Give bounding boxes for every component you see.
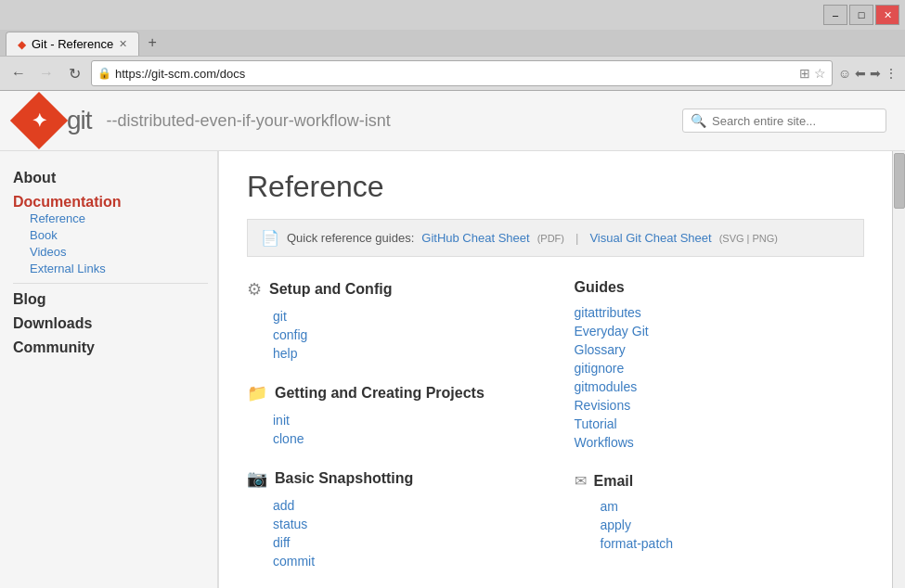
sidebar-sub-videos[interactable]: Videos xyxy=(30,245,67,259)
sep: | xyxy=(575,231,578,245)
link-workflows[interactable]: Workflows xyxy=(575,435,634,450)
close-button[interactable]: ✕ xyxy=(875,5,899,25)
tab-title: Git - Reference xyxy=(32,37,113,51)
git-logo[interactable]: ✦ git xyxy=(19,100,92,141)
sidebar-sub-book[interactable]: Book xyxy=(30,228,58,242)
setup-title: Setup and Config xyxy=(269,281,392,298)
sidebar-divider xyxy=(13,283,208,284)
lock-icon: 🔒 xyxy=(97,67,111,80)
link-gitattributes[interactable]: gitattributes xyxy=(575,305,641,320)
page-content: About Documentation Reference Book Video… xyxy=(0,151,892,588)
search-input[interactable] xyxy=(712,114,878,128)
new-tab-button[interactable]: + xyxy=(139,30,165,56)
translate-icon: ⊞ xyxy=(799,66,810,81)
minimize-button[interactable]: – xyxy=(823,5,847,25)
page-wrapper: About Documentation Reference Book Video… xyxy=(0,151,905,588)
link-init[interactable]: init xyxy=(273,413,290,428)
link-git[interactable]: git xyxy=(273,309,287,324)
favicon-icon: ◆ xyxy=(18,38,26,51)
guides-title: Guides xyxy=(575,279,865,296)
feedback-icon: ☺ xyxy=(838,66,851,81)
email-links: am apply format-patch xyxy=(575,499,865,551)
refresh-button[interactable]: ↻ xyxy=(63,62,85,84)
visual-cheat-formats: (SVG | PNG) xyxy=(719,233,778,244)
site-header: ✦ git --distributed-even-if-your-workflo… xyxy=(0,91,905,151)
link-revisions[interactable]: Revisions xyxy=(575,398,631,413)
scrollbar[interactable] xyxy=(892,151,905,588)
link-am[interactable]: am xyxy=(601,499,618,514)
email-icon: ✉ xyxy=(575,472,587,490)
setup-links: git config help xyxy=(247,309,537,361)
sidebar: About Documentation Reference Book Video… xyxy=(0,151,218,588)
search-icon: 🔍 xyxy=(691,113,706,128)
guides-links: gitattributes Everyday Git Glossary giti… xyxy=(575,305,865,450)
sidebar-sub-reference[interactable]: Reference xyxy=(30,211,85,225)
camera-icon: 📷 xyxy=(247,468,267,489)
back2-icon: ⬅ xyxy=(855,66,866,81)
main-content: Reference 📄 Quick reference guides: GitH… xyxy=(218,151,892,588)
ref-col-right: Guides gitattributes Everyday Git Glossa… xyxy=(575,279,865,588)
back-button[interactable]: ← xyxy=(7,62,30,84)
link-everyday-git[interactable]: Everyday Git xyxy=(575,324,649,339)
search-box[interactable]: 🔍 xyxy=(682,109,886,133)
link-add[interactable]: add xyxy=(273,498,294,513)
snapshot-links: add status diff commit xyxy=(247,498,537,569)
forward-button[interactable]: → xyxy=(35,62,58,84)
address-bar: ← → ↻ 🔒 https://git-scm.com/docs ⊞ ☆ ☺ ⬅… xyxy=(0,56,905,90)
snapshot-title: Basic Snapshotting xyxy=(275,470,413,487)
ref-section-email: ✉ Email am apply format-patch xyxy=(575,472,865,551)
address-icons: ⊞ ☆ xyxy=(799,66,826,81)
site-tagline: --distributed-even-if-your-workflow-isnt xyxy=(107,111,391,131)
link-gitmodules[interactable]: gitmodules xyxy=(575,379,638,394)
ref-section-setup: ⚙ Setup and Config git config help xyxy=(247,279,537,361)
sidebar-item-blog[interactable]: Blog xyxy=(13,291,46,307)
ref-grid: ⚙ Setup and Config git config help 📁 xyxy=(247,279,864,588)
ref-section-snapshot: 📷 Basic Snapshotting add status diff com… xyxy=(247,468,537,569)
getting-title: Getting and Creating Projects xyxy=(275,385,485,402)
menu-icon[interactable]: ⋮ xyxy=(885,66,898,81)
git-diamond-icon: ✦ xyxy=(10,92,68,149)
sidebar-item-downloads[interactable]: Downloads xyxy=(13,315,92,331)
link-diff[interactable]: diff xyxy=(273,535,290,550)
gear-icon: ⚙ xyxy=(247,279,262,300)
ref-section-guides: Guides gitattributes Everyday Git Glossa… xyxy=(575,279,865,450)
link-status[interactable]: status xyxy=(273,517,307,531)
github-cheat-formats: (PDF) xyxy=(537,233,564,244)
tab-bar: ◆ Git - Reference ✕ + xyxy=(0,30,905,56)
github-cheat-sheet-link[interactable]: GitHub Cheat Sheet xyxy=(421,231,529,245)
sidebar-sub-documentation: Reference Book Videos External Links xyxy=(13,211,208,275)
link-help[interactable]: help xyxy=(273,346,297,361)
page-title: Reference xyxy=(247,170,864,204)
active-tab[interactable]: ◆ Git - Reference ✕ xyxy=(6,32,139,56)
quick-ref-box: 📄 Quick reference guides: GitHub Cheat S… xyxy=(247,219,864,257)
maximize-button[interactable]: □ xyxy=(849,5,873,25)
ref-col-left: ⚙ Setup and Config git config help 📁 xyxy=(247,279,537,588)
folder-icon: 📁 xyxy=(247,383,267,403)
ref-section-getting: 📁 Getting and Creating Projects init clo… xyxy=(247,383,537,446)
sidebar-item-community[interactable]: Community xyxy=(13,339,95,355)
scrollbar-thumb[interactable] xyxy=(894,153,905,209)
star-icon[interactable]: ☆ xyxy=(814,66,826,81)
link-config[interactable]: config xyxy=(273,327,307,342)
visual-cheat-sheet-link[interactable]: Visual Git Cheat Sheet xyxy=(589,231,711,245)
sidebar-sub-external-links[interactable]: External Links xyxy=(30,262,106,275)
title-bar: – □ ✕ xyxy=(0,0,905,30)
doc-icon: 📄 xyxy=(261,229,279,247)
quick-ref-label: Quick reference guides: xyxy=(287,231,414,245)
sidebar-nav: About Documentation Reference Book Video… xyxy=(13,170,208,356)
forward2-icon: ➡ xyxy=(870,66,881,81)
link-format-patch[interactable]: format-patch xyxy=(601,536,674,551)
link-gitignore[interactable]: gitignore xyxy=(575,361,625,376)
toolbar-icons: ☺ ⬅ ➡ ⋮ xyxy=(838,66,898,81)
link-apply[interactable]: apply xyxy=(601,518,631,532)
link-commit[interactable]: commit xyxy=(273,554,315,569)
sidebar-item-about[interactable]: About xyxy=(13,170,56,185)
git-name: git xyxy=(67,106,92,135)
sidebar-item-documentation[interactable]: Documentation xyxy=(13,194,121,210)
link-clone[interactable]: clone xyxy=(273,431,304,446)
link-glossary[interactable]: Glossary xyxy=(575,342,626,357)
link-tutorial[interactable]: Tutorial xyxy=(575,416,617,431)
email-title: Email xyxy=(594,473,634,490)
url-bar[interactable]: 🔒 https://git-scm.com/docs ⊞ ☆ xyxy=(91,60,833,86)
tab-close-button[interactable]: ✕ xyxy=(119,38,127,50)
